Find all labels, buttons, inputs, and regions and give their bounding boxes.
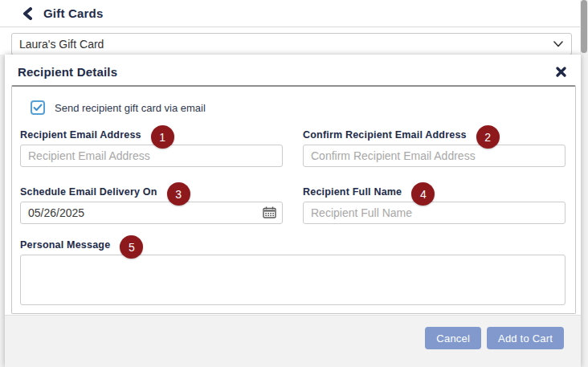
delivery-date-field-group: Schedule Email Delivery On 3: [20, 167, 283, 224]
calendar-icon[interactable]: [263, 206, 276, 218]
gift-card-select-value: Laura's Gift Card: [19, 38, 104, 51]
gift-card-select[interactable]: Laura's Gift Card: [11, 33, 572, 55]
send-email-checkbox-row: Send recipient gift card via email: [31, 100, 566, 115]
page-title: Gift Cards: [43, 6, 104, 20]
recipient-email-input[interactable]: [20, 145, 283, 167]
full-name-label: Recipient Full Name: [303, 185, 402, 198]
recipient-form: Send recipient gift card via email Recip…: [11, 85, 576, 314]
step-badge-2: 2: [476, 125, 500, 149]
page-header: Gift Cards: [0, 0, 588, 27]
delivery-date-input[interactable]: [20, 202, 283, 224]
close-icon[interactable]: [554, 65, 568, 79]
full-name-input[interactable]: [303, 202, 566, 224]
add-to-cart-button[interactable]: Add to Cart: [487, 327, 564, 349]
modal-footer: Cancel Add to Cart: [5, 315, 581, 367]
chevron-down-icon: [553, 41, 563, 47]
confirm-email-input[interactable]: [303, 145, 566, 167]
check-icon: [33, 104, 43, 112]
recipient-details-modal: Recipient Details Send recipient gift ca…: [5, 55, 581, 367]
scrollbar-thumb[interactable]: [581, 0, 587, 53]
recipient-email-field-group: Recipient Email Address 1: [20, 115, 283, 167]
delivery-date-label: Schedule Email Delivery On: [20, 185, 157, 198]
step-badge-1: 1: [151, 125, 174, 149]
back-chevron-icon[interactable]: [22, 7, 34, 20]
personal-message-label: Personal Message: [20, 238, 110, 251]
personal-message-field-group: Personal Message 5: [20, 238, 566, 308]
full-name-field-group: Recipient Full Name 4: [303, 167, 566, 224]
modal-title: Recipient Details: [18, 65, 117, 79]
step-badge-3: 3: [167, 182, 190, 206]
confirm-email-label: Confirm Recipient Email Address: [303, 128, 467, 141]
send-email-checkbox[interactable]: [31, 100, 45, 115]
cancel-button[interactable]: Cancel: [425, 327, 481, 349]
modal-header: Recipient Details: [5, 55, 581, 85]
send-email-checkbox-label: Send recipient gift card via email: [55, 102, 206, 114]
personal-message-textarea[interactable]: [20, 255, 566, 305]
confirm-email-field-group: Confirm Recipient Email Address 2: [303, 115, 566, 167]
recipient-email-label: Recipient Email Address: [20, 128, 141, 141]
